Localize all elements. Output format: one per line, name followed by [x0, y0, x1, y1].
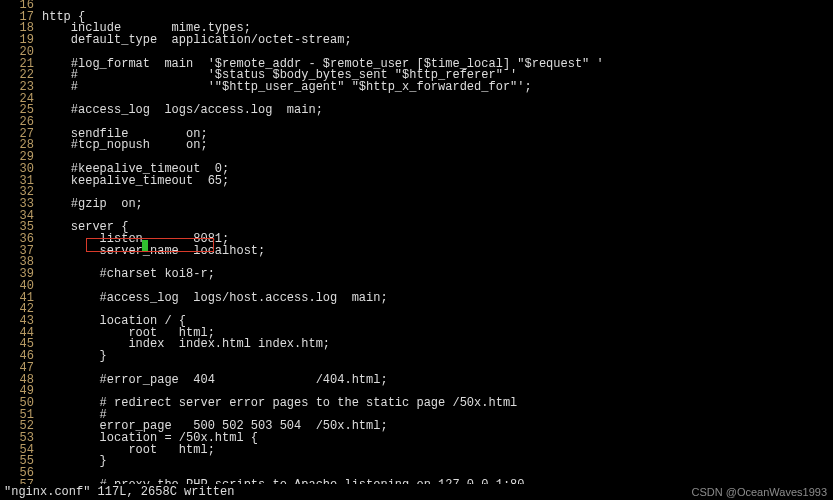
code-text[interactable]: #error_page 404 /404.html; [42, 375, 388, 387]
code-line[interactable]: 55 } [0, 456, 833, 468]
code-text[interactable]: #access_log logs/host.access.log main; [42, 293, 388, 305]
code-text[interactable]: } [42, 351, 107, 363]
code-text[interactable]: # redirect server error pages to the sta… [42, 398, 517, 410]
code-line[interactable]: 50 # redirect server error pages to the … [0, 398, 833, 410]
code-text[interactable]: #access_log logs/access.log main; [42, 105, 323, 117]
code-text[interactable]: #tcp_nopush on; [42, 140, 208, 152]
code-text[interactable]: default_type application/octet-stream; [42, 35, 352, 47]
code-line[interactable]: 28 #tcp_nopush on; [0, 140, 833, 152]
code-text[interactable]: #gzip on; [42, 199, 143, 211]
code-line[interactable]: 19 default_type application/octet-stream… [0, 35, 833, 47]
code-line[interactable]: 31 keepalive_timeout 65; [0, 176, 833, 188]
code-line[interactable]: 33 #gzip on; [0, 199, 833, 211]
status-text: "nginx.conf" 117L, 2658C written [4, 485, 234, 499]
code-line[interactable]: 39 #charset koi8-r; [0, 269, 833, 281]
code-line[interactable]: 41 #access_log logs/host.access.log main… [0, 293, 833, 305]
code-line[interactable]: 54 root html; [0, 445, 833, 457]
code-line[interactable]: 46 } [0, 351, 833, 363]
watermark-label: CSDN @OceanWaves1993 [692, 486, 827, 498]
text-cursor [142, 240, 148, 251]
code-line[interactable]: 45 index index.html index.htm; [0, 339, 833, 351]
code-line[interactable]: 23 # '"$http_user_agent" "$http_x_forwar… [0, 82, 833, 94]
code-text[interactable]: server_name localhost; [42, 246, 265, 258]
code-text[interactable]: } [42, 456, 107, 468]
code-line[interactable]: 25 #access_log logs/access.log main; [0, 105, 833, 117]
code-line[interactable]: 37 server_name localhost; [0, 246, 833, 258]
code-line[interactable]: 48 #error_page 404 /404.html; [0, 375, 833, 387]
code-line[interactable]: 16 [0, 0, 833, 12]
code-text[interactable]: # '"$http_user_agent" "$http_x_forwarded… [42, 82, 532, 94]
code-editor-viewport[interactable]: 1617http {18 include mime.types;19 defau… [0, 0, 833, 484]
code-text[interactable]: keepalive_timeout 65; [42, 176, 229, 188]
code-text[interactable]: #charset koi8-r; [42, 269, 215, 281]
